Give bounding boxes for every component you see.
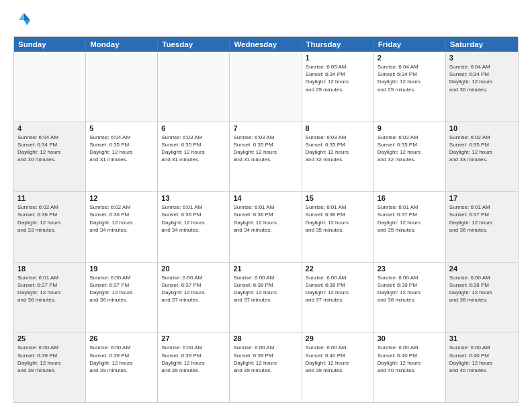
calendar-header-cell: Friday bbox=[374, 37, 446, 52]
day-number: 8 bbox=[306, 124, 370, 132]
day-number: 31 bbox=[449, 334, 515, 342]
cell-info: Sunrise: 6:00 AM Sunset: 6:37 PM Dayligh… bbox=[161, 274, 226, 304]
calendar-cell: 19Sunrise: 6:00 AM Sunset: 6:37 PM Dayli… bbox=[86, 263, 158, 332]
svg-marker-1 bbox=[24, 20, 30, 26]
cell-info: Sunrise: 6:02 AM Sunset: 6:35 PM Dayligh… bbox=[449, 134, 515, 164]
cell-info: Sunrise: 6:00 AM Sunset: 6:39 PM Dayligh… bbox=[17, 344, 82, 374]
calendar-cell: 16Sunrise: 6:01 AM Sunset: 6:37 PM Dayli… bbox=[374, 192, 446, 262]
cell-info: Sunrise: 6:04 AM Sunset: 6:35 PM Dayligh… bbox=[89, 134, 154, 164]
calendar-cell: 29Sunrise: 6:00 AM Sunset: 6:40 PM Dayli… bbox=[302, 332, 374, 402]
calendar-week-row: 4Sunrise: 6:04 AM Sunset: 6:34 PM Daylig… bbox=[14, 122, 518, 193]
day-number: 28 bbox=[233, 334, 298, 342]
calendar-cell: 11Sunrise: 6:02 AM Sunset: 6:36 PM Dayli… bbox=[14, 192, 86, 262]
cell-info: Sunrise: 6:03 AM Sunset: 6:35 PM Dayligh… bbox=[161, 134, 226, 164]
cell-info: Sunrise: 6:00 AM Sunset: 6:40 PM Dayligh… bbox=[449, 344, 515, 374]
day-number: 27 bbox=[161, 334, 226, 342]
day-number: 14 bbox=[233, 194, 298, 202]
day-number: 25 bbox=[17, 334, 82, 342]
svg-marker-2 bbox=[19, 13, 24, 20]
cell-info: Sunrise: 6:01 AM Sunset: 6:37 PM Dayligh… bbox=[17, 274, 82, 304]
calendar-cell: 20Sunrise: 6:00 AM Sunset: 6:37 PM Dayli… bbox=[158, 263, 230, 332]
day-number: 23 bbox=[378, 265, 442, 273]
cell-info: Sunrise: 6:01 AM Sunset: 6:36 PM Dayligh… bbox=[306, 203, 370, 234]
calendar-cell: 18Sunrise: 6:01 AM Sunset: 6:37 PM Dayli… bbox=[14, 263, 86, 332]
calendar-header-cell: Tuesday bbox=[158, 37, 230, 52]
day-number: 4 bbox=[17, 124, 82, 132]
calendar-week-row: 11Sunrise: 6:02 AM Sunset: 6:36 PM Dayli… bbox=[14, 192, 518, 263]
calendar-header-cell: Thursday bbox=[302, 37, 374, 52]
calendar-header-cell: Sunday bbox=[14, 37, 86, 52]
calendar-cell: 12Sunrise: 6:02 AM Sunset: 6:36 PM Dayli… bbox=[86, 192, 158, 262]
cell-info: Sunrise: 6:00 AM Sunset: 6:39 PM Dayligh… bbox=[233, 344, 298, 374]
page: SundayMondayTuesdayWednesdayThursdayFrid… bbox=[0, 0, 532, 411]
calendar-cell: 23Sunrise: 6:00 AM Sunset: 6:38 PM Dayli… bbox=[374, 263, 446, 332]
calendar-header-cell: Monday bbox=[86, 37, 158, 52]
day-number: 16 bbox=[378, 194, 442, 202]
day-number: 18 bbox=[17, 265, 82, 273]
cell-info: Sunrise: 6:00 AM Sunset: 6:39 PM Dayligh… bbox=[89, 344, 154, 374]
day-number: 21 bbox=[233, 265, 298, 273]
day-number: 1 bbox=[306, 54, 370, 62]
day-number: 9 bbox=[378, 124, 442, 132]
cell-info: Sunrise: 6:01 AM Sunset: 6:37 PM Dayligh… bbox=[378, 203, 442, 234]
calendar-cell: 15Sunrise: 6:01 AM Sunset: 6:36 PM Dayli… bbox=[302, 192, 374, 262]
day-number: 15 bbox=[306, 194, 370, 202]
day-number: 19 bbox=[89, 265, 154, 273]
cell-info: Sunrise: 6:01 AM Sunset: 6:36 PM Dayligh… bbox=[161, 203, 226, 234]
calendar-cell: 5Sunrise: 6:04 AM Sunset: 6:35 PM Daylig… bbox=[86, 122, 158, 192]
calendar-cell: 7Sunrise: 6:03 AM Sunset: 6:35 PM Daylig… bbox=[230, 122, 302, 192]
calendar-cell: 14Sunrise: 6:01 AM Sunset: 6:36 PM Dayli… bbox=[230, 192, 302, 262]
calendar: SundayMondayTuesdayWednesdayThursdayFrid… bbox=[13, 36, 519, 403]
calendar-cell: 6Sunrise: 6:03 AM Sunset: 6:35 PM Daylig… bbox=[158, 122, 230, 192]
calendar-cell: 2Sunrise: 6:04 AM Sunset: 6:34 PM Daylig… bbox=[374, 52, 446, 122]
cell-info: Sunrise: 6:02 AM Sunset: 6:36 PM Dayligh… bbox=[89, 203, 154, 234]
calendar-week-row: 18Sunrise: 6:01 AM Sunset: 6:37 PM Dayli… bbox=[14, 263, 518, 333]
calendar-cell bbox=[230, 52, 302, 122]
day-number: 13 bbox=[161, 194, 226, 202]
calendar-cell bbox=[158, 52, 230, 122]
day-number: 11 bbox=[17, 194, 82, 202]
calendar-cell: 28Sunrise: 6:00 AM Sunset: 6:39 PM Dayli… bbox=[230, 332, 302, 402]
header bbox=[13, 11, 519, 30]
calendar-cell: 24Sunrise: 6:00 AM Sunset: 6:38 PM Dayli… bbox=[446, 263, 518, 332]
calendar-cell: 22Sunrise: 6:00 AM Sunset: 6:38 PM Dayli… bbox=[302, 263, 374, 332]
calendar-week-row: 1Sunrise: 6:05 AM Sunset: 6:34 PM Daylig… bbox=[14, 52, 518, 122]
calendar-cell: 13Sunrise: 6:01 AM Sunset: 6:36 PM Dayli… bbox=[158, 192, 230, 262]
cell-info: Sunrise: 6:01 AM Sunset: 6:37 PM Dayligh… bbox=[449, 203, 515, 234]
day-number: 30 bbox=[378, 334, 442, 342]
calendar-cell: 10Sunrise: 6:02 AM Sunset: 6:35 PM Dayli… bbox=[446, 122, 518, 192]
cell-info: Sunrise: 6:01 AM Sunset: 6:36 PM Dayligh… bbox=[233, 203, 298, 234]
day-number: 20 bbox=[161, 265, 226, 273]
logo-icon bbox=[13, 11, 32, 30]
calendar-cell bbox=[86, 52, 158, 122]
day-number: 3 bbox=[449, 54, 515, 62]
calendar-cell: 31Sunrise: 6:00 AM Sunset: 6:40 PM Dayli… bbox=[446, 332, 518, 402]
day-number: 10 bbox=[449, 124, 515, 132]
calendar-cell: 27Sunrise: 6:00 AM Sunset: 6:39 PM Dayli… bbox=[158, 332, 230, 402]
cell-info: Sunrise: 6:00 AM Sunset: 6:39 PM Dayligh… bbox=[161, 344, 226, 374]
day-number: 22 bbox=[306, 265, 370, 273]
calendar-cell: 9Sunrise: 6:02 AM Sunset: 6:35 PM Daylig… bbox=[374, 122, 446, 192]
cell-info: Sunrise: 6:02 AM Sunset: 6:36 PM Dayligh… bbox=[17, 203, 82, 234]
day-number: 6 bbox=[161, 124, 226, 132]
day-number: 12 bbox=[89, 194, 154, 202]
cell-info: Sunrise: 6:00 AM Sunset: 6:38 PM Dayligh… bbox=[378, 274, 442, 304]
calendar-cell: 30Sunrise: 6:00 AM Sunset: 6:40 PM Dayli… bbox=[374, 332, 446, 402]
cell-info: Sunrise: 6:04 AM Sunset: 6:34 PM Dayligh… bbox=[17, 134, 82, 164]
cell-info: Sunrise: 6:03 AM Sunset: 6:35 PM Dayligh… bbox=[306, 134, 370, 164]
day-number: 5 bbox=[89, 124, 154, 132]
calendar-cell: 21Sunrise: 6:00 AM Sunset: 6:38 PM Dayli… bbox=[230, 263, 302, 332]
day-number: 2 bbox=[378, 54, 442, 62]
cell-info: Sunrise: 6:00 AM Sunset: 6:38 PM Dayligh… bbox=[233, 274, 298, 304]
calendar-cell: 3Sunrise: 6:04 AM Sunset: 6:34 PM Daylig… bbox=[446, 52, 518, 122]
calendar-cell: 17Sunrise: 6:01 AM Sunset: 6:37 PM Dayli… bbox=[446, 192, 518, 262]
cell-info: Sunrise: 6:00 AM Sunset: 6:40 PM Dayligh… bbox=[306, 344, 370, 374]
calendar-cell: 25Sunrise: 6:00 AM Sunset: 6:39 PM Dayli… bbox=[14, 332, 86, 402]
calendar-header-row: SundayMondayTuesdayWednesdayThursdayFrid… bbox=[14, 37, 518, 52]
calendar-header-cell: Saturday bbox=[446, 37, 518, 52]
calendar-cell: 26Sunrise: 6:00 AM Sunset: 6:39 PM Dayli… bbox=[86, 332, 158, 402]
day-number: 24 bbox=[449, 265, 515, 273]
cell-info: Sunrise: 6:00 AM Sunset: 6:37 PM Dayligh… bbox=[89, 274, 154, 304]
calendar-header-cell: Wednesday bbox=[230, 37, 302, 52]
cell-info: Sunrise: 6:00 AM Sunset: 6:40 PM Dayligh… bbox=[378, 344, 442, 374]
